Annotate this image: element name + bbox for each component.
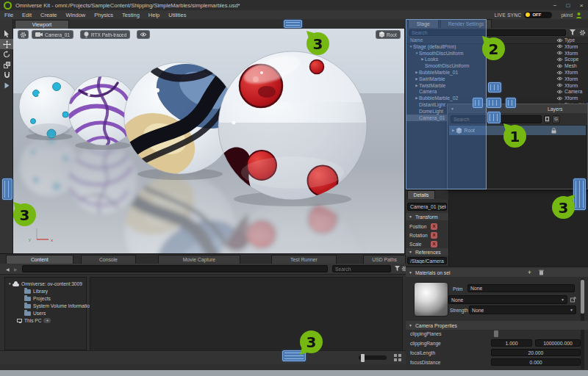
dock-target-handle[interactable] [488, 82, 501, 93]
layers-filter-button[interactable] [544, 115, 551, 123]
content-tree-item[interactable]: Projects [5, 294, 86, 302]
minimize-button[interactable]: − [548, 2, 562, 9]
visibility-eye-icon[interactable] [554, 57, 564, 62]
viewport-visibility-button[interactable] [137, 30, 150, 39]
visibility-eye-icon[interactable] [554, 76, 564, 81]
menu-item[interactable]: Help [144, 12, 164, 18]
content-tab[interactable]: Test Runner [271, 255, 337, 264]
visibility-eye-icon[interactable] [554, 96, 564, 101]
snap-tool-button[interactable] [0, 70, 13, 80]
tab-details[interactable]: Details [407, 190, 435, 199]
camera-select-button[interactable]: Camera_01 [32, 30, 74, 39]
forward-button[interactable]: ▶ [14, 267, 18, 272]
content-tree-item[interactable]: Library [5, 287, 86, 294]
dock-target-handle[interactable] [473, 98, 483, 108]
content-tree-item[interactable]: Users [5, 309, 86, 317]
clippingrange-near-field[interactable]: 1.000 [491, 339, 532, 347]
trash-icon[interactable] [539, 270, 544, 275]
scrollbar-thumb[interactable] [581, 280, 584, 314]
dock-target-handle[interactable] [487, 98, 501, 108]
omniverse-kit-window: Omniverse Kit - omni:/Projects/SampleCon… [0, 0, 588, 376]
prim-value-field[interactable]: None [467, 284, 575, 292]
visibility-eye-icon[interactable] [554, 83, 564, 87]
layers-global-button[interactable]: G [552, 115, 560, 123]
selection-field[interactable]: Camera_01 (selected) [407, 203, 447, 211]
tree-item-label: Projects [33, 296, 51, 301]
content-tab[interactable]: USD Paths [363, 255, 406, 264]
content-options-gear-icon[interactable] [401, 266, 406, 272]
content-tree-item[interactable]: System Volume Information [5, 302, 86, 309]
transform-section-header[interactable]: ▼Transform [406, 213, 448, 220]
svg-text:x: x [51, 238, 53, 242]
root-button[interactable]: Root [376, 30, 401, 39]
select-tool-button[interactable] [0, 29, 13, 39]
focusdistance-field[interactable]: 0.000 [491, 358, 581, 366]
menu-item[interactable]: Utilities [164, 12, 190, 18]
details-column: Camera_01 (selected) ▼Transform Position… [406, 199, 449, 267]
viewport-settings-button[interactable] [18, 30, 29, 39]
dock-target-handle[interactable] [506, 98, 516, 108]
menu-item[interactable]: Testing [118, 12, 144, 18]
menu-item[interactable]: Create [36, 12, 62, 18]
user-avatar-icon[interactable] [576, 12, 582, 18]
content-grid-area[interactable] [90, 277, 403, 352]
material-dropdown[interactable]: None▼ [448, 295, 567, 304]
annotation-marker: 2 [482, 37, 505, 60]
clear-transform-button[interactable]: X [431, 223, 437, 230]
transform-row-label: Position [409, 224, 431, 229]
close-button[interactable]: × [575, 2, 588, 9]
menu-item[interactable]: Edit [18, 12, 36, 18]
tab-viewport[interactable]: Viewport [15, 20, 69, 29]
clippingrange-far-field[interactable]: 1000000.000 [535, 339, 581, 347]
content-tree-item[interactable]: ▼ Omniverse: ov-content:3009 [5, 280, 86, 287]
move-tool-button[interactable] [0, 39, 13, 49]
camera-properties-header[interactable]: ▼Camera Properties [406, 321, 588, 330]
filter-icon[interactable] [570, 29, 576, 35]
add-connection-button[interactable]: + [43, 318, 51, 323]
maximize-button[interactable]: □ [562, 2, 575, 9]
play-button[interactable] [0, 80, 13, 90]
chevron-down-icon: ▼ [561, 297, 564, 302]
filter-icon[interactable] [395, 266, 400, 271]
add-material-button[interactable]: + [528, 269, 531, 276]
content-tree-item[interactable]: This PC + [5, 317, 86, 324]
tree-item-icon [24, 304, 31, 308]
visibility-eye-icon[interactable] [554, 70, 564, 75]
references-section-header[interactable]: ▼References [406, 248, 448, 256]
materials-section-header[interactable]: ▼Materials on sel + [406, 268, 588, 277]
live-sync-toggle[interactable]: OFF [524, 12, 552, 18]
focallength-field[interactable]: 20.000 [491, 349, 581, 356]
visibility-eye-icon[interactable] [554, 64, 564, 68]
content-search-input[interactable] [332, 265, 391, 272]
visibility-eye-icon[interactable] [554, 90, 564, 94]
clippingplanes-array-field[interactable] [494, 330, 498, 337]
grid-view-icon[interactable] [394, 354, 402, 362]
menu-item[interactable]: Physics [90, 12, 118, 18]
rotate-tool-button[interactable] [0, 49, 13, 59]
material-preview-thumbnail[interactable] [414, 282, 448, 317]
strength-dropdown[interactable]: None▼ [469, 306, 576, 314]
content-tab[interactable]: Console [81, 255, 137, 264]
visibility-eye-icon[interactable] [554, 44, 564, 48]
renderer-select-button[interactable]: RTX Path-traced [80, 30, 130, 39]
viewport-canvas[interactable]: y x [13, 29, 404, 253]
reference-path-field[interactable]: /Stage/Camera_01 [407, 257, 447, 264]
back-button[interactable]: ◀ [6, 267, 10, 272]
menu-item[interactable]: Window [62, 12, 90, 18]
prim-type: Mesh [564, 63, 588, 68]
visibility-eye-icon[interactable] [554, 51, 564, 55]
external-link-icon[interactable] [570, 297, 576, 303]
content-tab[interactable]: Content [6, 255, 74, 264]
scale-tool-button[interactable] [0, 59, 13, 70]
address-bar-input[interactable] [22, 265, 328, 272]
thumbnail-size-slider[interactable] [359, 355, 387, 360]
slider-thumb[interactable] [361, 354, 365, 362]
content-tree: ▼ Omniverse: ov-content:3009 Library Pro… [4, 277, 87, 350]
dock-target-handle[interactable] [284, 20, 302, 28]
menu-item[interactable]: File [0, 12, 18, 18]
lock-icon[interactable] [551, 128, 556, 134]
stage-options-gear-icon[interactable] [579, 29, 586, 36]
clear-transform-button[interactable]: X [431, 241, 437, 247]
content-tab[interactable]: Movie Capture [158, 255, 240, 264]
clear-transform-button[interactable]: X [431, 232, 437, 239]
